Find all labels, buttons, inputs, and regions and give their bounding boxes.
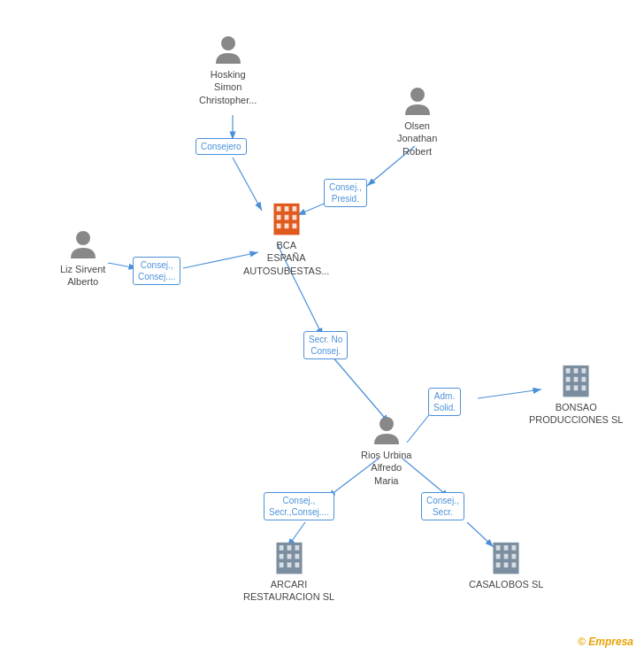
- svg-point-17: [76, 231, 90, 245]
- svg-rect-19: [276, 206, 280, 212]
- watermark: © Empresa: [578, 636, 633, 648]
- svg-rect-50: [496, 545, 501, 551]
- svg-rect-30: [566, 368, 571, 374]
- arcari-label: ARCARI RESTAURACION SL: [243, 578, 334, 604]
- olsen-label: Olsen Jonathan Robert: [397, 119, 437, 158]
- badge-liz-bca[interactable]: Consej., Consej....: [133, 257, 180, 285]
- svg-point-28: [380, 417, 394, 431]
- svg-rect-32: [582, 368, 586, 374]
- svg-rect-48: [295, 562, 299, 567]
- svg-rect-25: [276, 223, 280, 228]
- svg-rect-36: [566, 385, 571, 390]
- brand-name: Empresa: [588, 636, 633, 648]
- svg-rect-53: [496, 554, 501, 559]
- svg-rect-42: [295, 545, 299, 551]
- svg-point-16: [410, 88, 425, 102]
- liz-node: Liz Sirvent Alberto: [60, 228, 105, 289]
- svg-rect-38: [582, 385, 586, 390]
- svg-rect-43: [279, 554, 283, 559]
- svg-rect-47: [287, 562, 291, 567]
- svg-rect-57: [504, 562, 509, 567]
- svg-rect-51: [504, 545, 509, 551]
- svg-rect-44: [287, 554, 291, 559]
- rios-label: Rios Urbina Alfredo Maria: [361, 449, 411, 487]
- svg-rect-24: [292, 215, 296, 220]
- svg-rect-20: [284, 206, 288, 212]
- copyright-symbol: ©: [578, 636, 586, 648]
- badge-bca-rios[interactable]: Secr. No Consej.: [303, 331, 348, 359]
- svg-rect-21: [292, 206, 296, 212]
- badge-hosking-bca[interactable]: Consejero: [196, 138, 247, 155]
- svg-rect-58: [512, 562, 517, 567]
- badge-olsen-bca[interactable]: Consej., Presid.: [324, 179, 367, 207]
- diagram-canvas: Hosking Simon Christopher... Olsen Jonat…: [0, 0, 644, 655]
- svg-line-8: [332, 356, 389, 423]
- olsen-node: Olsen Jonathan Robert: [397, 85, 437, 158]
- svg-rect-54: [504, 554, 509, 559]
- svg-point-15: [221, 36, 235, 50]
- svg-rect-46: [279, 562, 283, 567]
- svg-rect-56: [496, 562, 501, 567]
- svg-rect-34: [574, 377, 579, 382]
- badge-rios-bonsao[interactable]: Adm. Solid.: [428, 388, 461, 416]
- badge-rios-arcari[interactable]: Consej., Secr.,Consej....: [264, 492, 334, 520]
- badge-rios-casalobos[interactable]: Consej., Secr.: [421, 492, 464, 520]
- bca-node: BCA ESPAÑA AUTOSUBESTAS...: [243, 199, 329, 277]
- svg-rect-52: [512, 545, 517, 551]
- svg-rect-41: [287, 545, 291, 551]
- casalobos-label: CASALOBOS SL: [469, 578, 543, 590]
- svg-rect-35: [582, 377, 586, 382]
- rios-node: Rios Urbina Alfredo Maria: [361, 414, 411, 487]
- hosking-node: Hosking Simon Christopher...: [199, 34, 257, 106]
- bonsao-label: BONSAO PRODUCCIONES SL: [529, 401, 623, 427]
- bca-label: BCA ESPAÑA AUTOSUBESTAS...: [243, 239, 329, 277]
- svg-rect-31: [574, 368, 579, 374]
- arcari-node: ARCARI RESTAURACION SL: [243, 538, 334, 604]
- hosking-label: Hosking Simon Christopher...: [199, 68, 257, 106]
- svg-rect-23: [284, 215, 288, 220]
- svg-rect-22: [276, 215, 280, 220]
- svg-rect-55: [512, 554, 517, 559]
- svg-rect-37: [574, 385, 579, 390]
- casalobos-node: CASALOBOS SL: [469, 538, 543, 590]
- liz-label: Liz Sirvent Alberto: [60, 263, 105, 289]
- svg-rect-45: [295, 554, 299, 559]
- svg-rect-40: [279, 545, 283, 551]
- svg-rect-27: [292, 223, 296, 228]
- svg-rect-26: [284, 223, 288, 228]
- svg-rect-33: [566, 377, 571, 382]
- bonsao-node: BONSAO PRODUCCIONES SL: [529, 361, 623, 427]
